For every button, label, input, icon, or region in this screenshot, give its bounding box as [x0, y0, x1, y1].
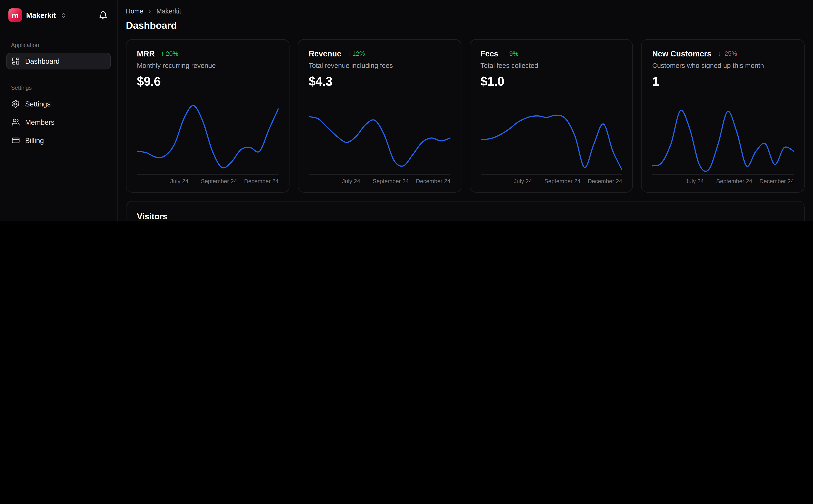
- stat-value: $1.0: [480, 74, 622, 89]
- chevron-right-icon: [147, 9, 153, 14]
- trend-up-icon: ↑: [504, 50, 508, 57]
- sidebar-item-billing[interactable]: Billing: [6, 132, 111, 149]
- sidebar: m Makerkit Application Dashboard Setting…: [0, 0, 117, 221]
- trend-up-icon: ↑: [348, 50, 351, 57]
- stat-title: MRR: [137, 49, 155, 58]
- gear-icon: [11, 100, 20, 108]
- axis-tick: July 24: [170, 178, 188, 184]
- workspace-name: Makerkit: [26, 11, 56, 19]
- axis-tick: September 24: [716, 178, 752, 184]
- visitors-card: Visitors Showing total visitors for the …: [126, 201, 805, 221]
- mrr-chart-axis: July 24 September 24 December 24: [137, 178, 279, 186]
- bell-icon: [98, 11, 107, 20]
- stat-title: Fees: [480, 49, 498, 58]
- axis-tick: September 24: [544, 178, 581, 184]
- trend-value: -25%: [723, 50, 737, 57]
- axis-tick: July 24: [686, 178, 704, 184]
- sidebar-item-label: Settings: [25, 100, 50, 108]
- trend-value: 12%: [352, 50, 365, 57]
- breadcrumb-current: Makerkit: [156, 8, 181, 15]
- stat-title: New Customers: [652, 49, 712, 58]
- new-customers-chart: [652, 94, 794, 175]
- trend-value: 20%: [166, 50, 178, 57]
- sidebar-item-dashboard[interactable]: Dashboard: [6, 53, 111, 69]
- axis-tick: December 24: [760, 178, 794, 184]
- stat-value: 1: [652, 74, 794, 89]
- stat-title: Revenue: [309, 49, 341, 58]
- axis-tick: September 24: [201, 178, 237, 184]
- trend-badge: ↑ 9%: [504, 50, 518, 57]
- stat-card-mrr: MRR ↑ 20% Monthly recurring revenue $9.6…: [126, 39, 290, 193]
- axis-tick: December 24: [244, 178, 279, 184]
- sidebar-item-members[interactable]: Members: [6, 114, 111, 130]
- trend-value: 9%: [509, 50, 518, 57]
- axis-tick: December 24: [588, 178, 622, 184]
- trend-badge: ↑ 12%: [348, 50, 365, 57]
- stat-subtitle: Monthly recurring revenue: [137, 62, 279, 69]
- trend-down-icon: ↓: [718, 50, 721, 57]
- sidebar-item-label: Billing: [25, 136, 44, 144]
- stat-subtitle: Customers who signed up this month: [652, 62, 794, 69]
- trend-up-icon: ↑: [161, 50, 164, 57]
- sidebar-header: m Makerkit: [6, 6, 111, 24]
- breadcrumb: Home Makerkit: [126, 8, 805, 15]
- stat-subtitle: Total revenue including fees: [309, 62, 450, 69]
- nav-section-settings: Settings: [6, 85, 111, 91]
- axis-tick: December 24: [416, 178, 450, 184]
- sidebar-nav: Application Dashboard Settings Settings …: [6, 42, 111, 150]
- notifications-button[interactable]: [95, 7, 111, 23]
- sidebar-item-label: Members: [25, 118, 55, 126]
- dashboard-icon: [11, 57, 20, 65]
- mrr-chart: [137, 94, 279, 175]
- stats-row: MRR ↑ 20% Monthly recurring revenue $9.6…: [126, 39, 805, 193]
- axis-tick: July 24: [514, 178, 532, 184]
- sidebar-item-label: Dashboard: [25, 57, 60, 65]
- sidebar-item-settings[interactable]: Settings: [6, 95, 111, 112]
- billing-icon: [11, 136, 20, 145]
- stat-value: $4.3: [309, 74, 450, 89]
- main-content: Home Makerkit Dashboard MRR ↑ 20% Monthl…: [117, 0, 813, 221]
- visitors-title: Visitors: [137, 212, 794, 221]
- breadcrumb-home[interactable]: Home: [126, 8, 143, 15]
- revenue-chart-axis: July 24 September 24 December 24: [309, 178, 450, 186]
- revenue-chart: [309, 94, 450, 175]
- stat-card-fees: Fees ↑ 9% Total fees collected $1.0 July…: [469, 39, 633, 193]
- workspace-selector[interactable]: m Makerkit: [6, 6, 95, 24]
- trend-badge: ↑ 20%: [161, 50, 178, 57]
- axis-tick: September 24: [373, 178, 409, 184]
- nav-section-application: Application: [6, 42, 111, 48]
- stat-value: $9.6: [137, 74, 279, 89]
- stat-card-new-customers: New Customers ↓ -25% Customers who signe…: [641, 39, 805, 193]
- chevrons-up-down-icon: [60, 12, 67, 19]
- new-customers-chart-axis: July 24 September 24 December 24: [652, 178, 794, 186]
- app-root: m Makerkit Application Dashboard Setting…: [0, 0, 813, 221]
- page-title: Dashboard: [126, 20, 805, 31]
- fees-chart-axis: July 24 September 24 December 24: [480, 178, 622, 186]
- stat-card-revenue: Revenue ↑ 12% Total revenue including fe…: [298, 39, 461, 193]
- stat-subtitle: Total fees collected: [480, 62, 622, 69]
- axis-tick: July 24: [342, 178, 360, 184]
- trend-badge: ↓ -25%: [718, 50, 737, 57]
- members-icon: [11, 118, 20, 126]
- makerkit-logo: m: [8, 8, 22, 22]
- fees-chart: [480, 94, 622, 175]
